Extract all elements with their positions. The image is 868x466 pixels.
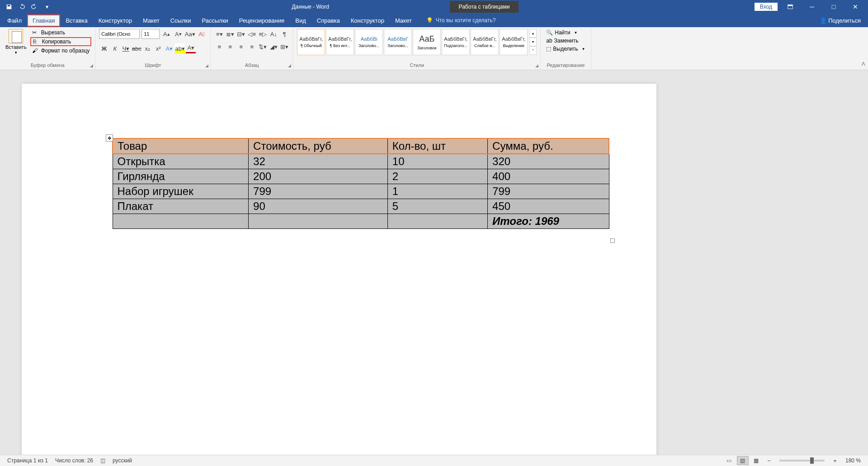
styles-down-button[interactable]: ▾ [529, 38, 537, 46]
replace-button[interactable]: ab Заменить [544, 37, 580, 44]
collapse-ribbon-button[interactable]: ᐱ [862, 61, 865, 67]
superscript-button[interactable]: x² [153, 43, 163, 53]
tab-file[interactable]: Файл [2, 14, 27, 27]
table-total-cell[interactable]: Итого: 1969 [488, 214, 609, 229]
table-row[interactable]: Гирлянда2002400 [113, 169, 609, 184]
minimize-button[interactable]: ─ [803, 0, 821, 14]
font-name-input[interactable] [99, 29, 140, 39]
zoom-out-button[interactable]: − [764, 456, 774, 466]
web-layout-button[interactable]: ▦ [750, 456, 762, 465]
table-cell[interactable] [387, 214, 487, 229]
style-item[interactable]: АаБбВвГг,¶ Без инт... [326, 29, 354, 55]
borders-button[interactable]: ⊞▾ [279, 42, 289, 52]
tell-me-search[interactable]: 💡 Что вы хотите сделать? [426, 17, 496, 24]
font-launcher[interactable]: ◢ [205, 63, 208, 68]
table-cell[interactable]: 799 [249, 184, 388, 199]
tab-table-design[interactable]: Конструктор [345, 14, 390, 27]
table-cell[interactable]: 5 [387, 199, 487, 214]
table-cell[interactable]: 32 [249, 154, 388, 169]
style-item[interactable]: АаБбВвГг,¶ Обычный [297, 29, 325, 55]
tab-help[interactable]: Справка [311, 14, 345, 27]
subscript-button[interactable]: x₂ [142, 43, 152, 53]
tab-review[interactable]: Рецензирование [234, 14, 290, 27]
redo-button[interactable] [29, 1, 40, 12]
table-cell[interactable]: 90 [249, 199, 388, 214]
multilevel-button[interactable]: ⊟▾ [236, 29, 246, 39]
paragraph-launcher[interactable]: ◢ [288, 63, 291, 68]
numbering-button[interactable]: ≣▾ [225, 29, 235, 39]
table-cell[interactable]: 400 [488, 169, 609, 184]
align-left-button[interactable]: ≡ [214, 42, 224, 52]
tab-home[interactable]: Главная [27, 14, 60, 27]
styles-gallery[interactable]: АаБбВвГг,¶ ОбычныйАаБбВвГг,¶ Без инт...А… [297, 29, 528, 55]
table-row[interactable]: Набор игрушек7991799 [113, 184, 609, 199]
undo-button[interactable] [16, 1, 27, 12]
table-cell[interactable]: 450 [488, 199, 609, 214]
table-header[interactable]: Товар [113, 138, 249, 154]
styles-up-button[interactable]: ▴ [529, 29, 537, 38]
tab-table-layout[interactable]: Макет [390, 14, 417, 27]
font-size-input[interactable] [142, 29, 160, 39]
table-cell[interactable] [113, 214, 249, 229]
maximize-button[interactable]: □ [825, 0, 843, 14]
justify-button[interactable]: ≡ [247, 42, 257, 52]
strike-button[interactable]: abc [132, 43, 142, 53]
grow-font-button[interactable]: A▴ [161, 29, 171, 39]
table-row[interactable]: Открытка3210320 [113, 154, 609, 169]
print-layout-button[interactable]: ▤ [737, 456, 749, 465]
table-header[interactable]: Кол-во, шт [387, 138, 487, 154]
styles-launcher[interactable]: ◢ [535, 63, 538, 68]
align-center-button[interactable]: ≡ [225, 42, 235, 52]
table-cell[interactable]: 799 [488, 184, 609, 199]
table-cell[interactable]: 10 [387, 154, 487, 169]
sort-button[interactable]: A↓ [269, 29, 278, 39]
shading-button[interactable]: ◢▾ [269, 42, 278, 52]
change-case-button[interactable]: Aa▾ [185, 29, 195, 39]
login-button[interactable]: Вход [755, 3, 778, 11]
table-cell[interactable]: Набор игрушек [113, 184, 249, 199]
select-button[interactable]: ⬚ Выделить▼ [544, 45, 587, 52]
table-cell[interactable]: 320 [488, 154, 609, 169]
zoom-level[interactable]: 180 % [842, 457, 864, 464]
table-cell[interactable]: Плакат [113, 199, 249, 214]
format-painter-button[interactable]: 🖌 Формат по образцу [30, 47, 92, 54]
show-marks-button[interactable]: ¶ [279, 29, 289, 39]
italic-button[interactable]: К [110, 43, 120, 53]
styles-more-button[interactable]: ⁼ [529, 46, 537, 55]
text-effects-button[interactable]: A▾ [164, 43, 174, 53]
share-button[interactable]: 👤 Поделиться [814, 14, 866, 27]
bullets-button[interactable]: ≡▾ [214, 29, 224, 39]
copy-button[interactable]: ⎘ Копировать [30, 37, 92, 46]
line-spacing-button[interactable]: ⇅▾ [258, 42, 268, 52]
style-item[interactable]: АаБбВвГг,Слабое в... [471, 29, 499, 55]
qat-more-button[interactable]: ▾ [42, 1, 52, 12]
tab-mailings[interactable]: Рассылки [196, 14, 233, 27]
underline-button[interactable]: Ч▾ [121, 43, 131, 53]
highlight-button[interactable]: ab▾ [175, 43, 185, 53]
tab-insert[interactable]: Вставка [60, 14, 93, 27]
shrink-font-button[interactable]: A▾ [173, 29, 183, 39]
table-resize-handle[interactable] [610, 238, 615, 243]
style-item[interactable]: АаБЗаголовок [413, 29, 441, 55]
close-button[interactable]: ✕ [846, 0, 864, 14]
tab-design[interactable]: Конструктор [93, 14, 137, 27]
table-move-handle[interactable]: ✥ [106, 134, 113, 142]
style-item[interactable]: АаБбВіЗаголово... [355, 29, 383, 55]
document-area[interactable]: ✥ ТоварСтоимость, рубКол-во, штСумма, ру… [0, 70, 868, 455]
style-item[interactable]: АаБбВвГг,Подзаголо... [442, 29, 470, 55]
tab-references[interactable]: Ссылки [165, 14, 197, 27]
table-cell[interactable]: Открытка [113, 154, 249, 169]
table-header[interactable]: Стоимость, руб [249, 138, 388, 154]
word-count[interactable]: Число слов: 26 [52, 457, 97, 464]
language-status[interactable]: русский [109, 457, 136, 464]
table-row[interactable]: Плакат905450 [113, 199, 609, 214]
table-cell[interactable] [249, 214, 388, 229]
ribbon-display-button[interactable] [781, 0, 799, 14]
tab-layout[interactable]: Макет [137, 14, 165, 27]
read-mode-button[interactable]: ▭ [723, 456, 735, 465]
style-item[interactable]: АаБбВвГЗаголово... [384, 29, 412, 55]
style-item[interactable]: АаБбВвГг,Выделение [500, 29, 528, 55]
page-status[interactable]: Страница 1 из 1 [4, 457, 52, 464]
tab-view[interactable]: Вид [290, 14, 311, 27]
font-color-button[interactable]: A▾ [186, 43, 196, 53]
